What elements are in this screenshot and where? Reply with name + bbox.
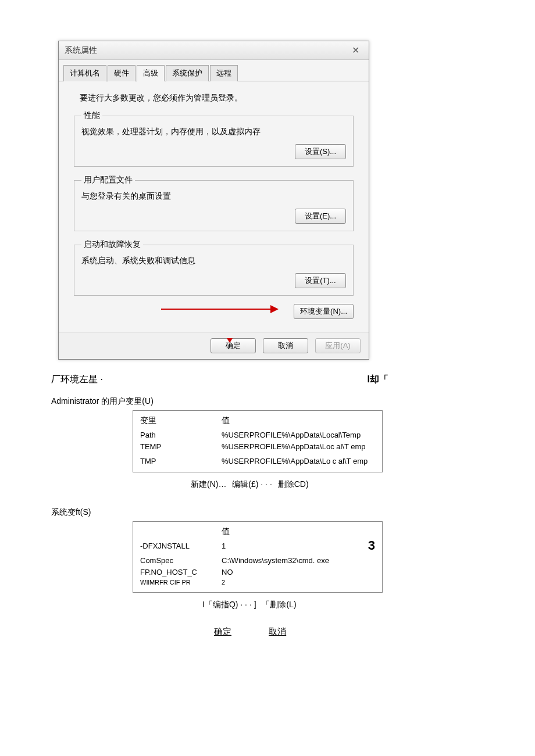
- var-name: Path: [140, 429, 222, 441]
- dialog-footer: 确定 取消 应用(A): [59, 332, 369, 359]
- table-row[interactable]: -DFXJNSTALL 1: [140, 540, 375, 552]
- tab-strip: 计算机名 硬件 高级 系统保护 远程: [59, 60, 369, 81]
- col-name: [140, 526, 222, 537]
- col-name: 变里: [140, 415, 222, 426]
- cancel-button[interactable]: 取消: [263, 338, 308, 353]
- user-profile-settings-button[interactable]: 设置(E)...: [295, 209, 346, 224]
- var-name: FP.NO_HOST_C: [140, 567, 222, 578]
- ok-button[interactable]: 确定: [214, 626, 231, 636]
- edit-button[interactable]: 编辑(£) · · ·: [232, 479, 272, 489]
- env-header-left: 厂环境左星 ·: [51, 374, 103, 386]
- table-row[interactable]: TEMP %USERPROFILE%\AppData\Loc al\T emp: [140, 441, 375, 453]
- startup-settings-button[interactable]: 设置(T)...: [295, 273, 346, 288]
- var-name: TMP: [140, 456, 222, 467]
- env-dialog-footer: 确定 取消: [214, 626, 388, 637]
- dialog-body: 要进行大多数更改，您必须作为管理员登录。 性能 视觉效果，处理器计划，内存使用，…: [59, 81, 369, 332]
- tab-hardware[interactable]: 硬件: [108, 65, 135, 81]
- var-value: %USERPROFILE%\AppData\Loc al\T emp: [222, 441, 375, 453]
- var-value: 2: [222, 578, 375, 587]
- performance-legend: 性能: [81, 110, 102, 121]
- environment-variables-button[interactable]: 环境变量(N)...: [294, 304, 354, 319]
- table-row[interactable]: Path %USERPROFILE%\AppData\Local\Temp: [140, 429, 375, 441]
- env-header-row: 厂环境左星 · I却「: [51, 374, 388, 386]
- close-icon[interactable]: ✕: [348, 45, 363, 56]
- user-profile-group: 用户配置文件 与您登录有关的桌面设置 设置(E)...: [74, 175, 354, 231]
- new-button[interactable]: 新建(N)…: [191, 479, 226, 489]
- sys-vars-header: 值: [140, 526, 375, 537]
- user-vars-buttons: 新建(N)… 编辑(£) · · · 删除CD): [191, 479, 388, 490]
- env-button-row: 环境变量(N)...: [74, 304, 354, 319]
- arrow-icon: [161, 309, 277, 310]
- tab-system-protection[interactable]: 系统保护: [166, 65, 209, 81]
- var-name: WIlMRFR CIF PR: [140, 578, 222, 587]
- table-row[interactable]: TMP %USERPROFILE%\AppData\Lo c al\T emp: [140, 456, 375, 467]
- tab-advanced[interactable]: 高级: [137, 65, 165, 81]
- edit-button[interactable]: I「编指Q) · · · ]: [202, 600, 256, 609]
- sys-vars-buttons: I「编指Q) · · · ] 「删除(L): [202, 600, 388, 610]
- apply-button[interactable]: 应用(A): [315, 338, 361, 353]
- admin-note: 要进行大多数更改，您必须作为管理员登录。: [80, 93, 352, 103]
- delete-button[interactable]: 「删除(L): [262, 600, 296, 609]
- startup-desc: 系统启动、系统失败和调试信息: [81, 256, 346, 266]
- user-vars-header: 变里 值: [140, 415, 375, 426]
- sys-vars-table[interactable]: 3 值 -DFXJNSTALL 1 ComSpec C:\Windows\sys…: [133, 521, 383, 593]
- cancel-button[interactable]: 取消: [269, 626, 286, 636]
- user-profile-desc: 与您登录有关的桌面设置: [81, 191, 346, 202]
- titlebar: 系统属性 ✕: [59, 41, 369, 60]
- user-vars-table[interactable]: 变里 值 Path %USERPROFILE%\AppData\Local\Te…: [133, 410, 383, 472]
- var-value: C:\Windows\system32\cmd. exe: [222, 555, 375, 567]
- performance-settings-button[interactable]: 设置(S)...: [295, 144, 346, 159]
- var-value: %USERPROFILE%\AppData\Lo c al\T emp: [222, 456, 375, 467]
- env-header-right: I却「: [368, 374, 388, 386]
- var-value: NO: [222, 567, 375, 578]
- performance-desc: 视觉效果，处理器计划，内存使用，以及虚拟内存: [81, 127, 346, 137]
- sys-vars-label: 系统变ft(S): [51, 507, 388, 518]
- startup-group: 启动和故障恢复 系统启动、系统失败和调试信息 设置(T)...: [74, 239, 354, 296]
- delete-button[interactable]: 删除CD): [278, 479, 309, 489]
- table-row[interactable]: ComSpec C:\Windows\system32\cmd. exe: [140, 555, 375, 567]
- var-value: 1: [222, 540, 375, 552]
- tab-remote[interactable]: 远程: [210, 65, 238, 81]
- side-number: 3: [368, 538, 375, 553]
- table-row[interactable]: WIlMRFR CIF PR 2: [140, 578, 375, 587]
- col-value: 值: [222, 526, 230, 537]
- startup-legend: 启动和故障恢复: [81, 239, 143, 250]
- table-row[interactable]: FP.NO_HOST_C NO: [140, 567, 375, 578]
- user-vars-label: Administrator 的用户变里(U): [51, 396, 388, 407]
- tab-computer-name[interactable]: 计算机名: [63, 65, 106, 81]
- user-profile-legend: 用户配置文件: [81, 175, 135, 185]
- var-value: %USERPROFILE%\AppData\Local\Temp: [222, 429, 375, 441]
- env-vars-section: 厂环境左星 · I却「 Administrator 的用户变里(U) 变里 值 …: [51, 374, 388, 637]
- system-properties-dialog: 系统属性 ✕ 计算机名 硬件 高级 系统保护 远程 要进行大多数更改，您必须作为…: [58, 41, 369, 360]
- var-name: -DFXJNSTALL: [140, 540, 222, 552]
- col-value: 值: [222, 415, 230, 426]
- var-name: TEMP: [140, 441, 222, 453]
- dialog-title: 系统属性: [65, 45, 97, 56]
- ok-button[interactable]: 确定: [211, 338, 256, 353]
- var-name: ComSpec: [140, 555, 222, 567]
- performance-group: 性能 视觉效果，处理器计划，内存使用，以及虚拟内存 设置(S)...: [74, 110, 354, 167]
